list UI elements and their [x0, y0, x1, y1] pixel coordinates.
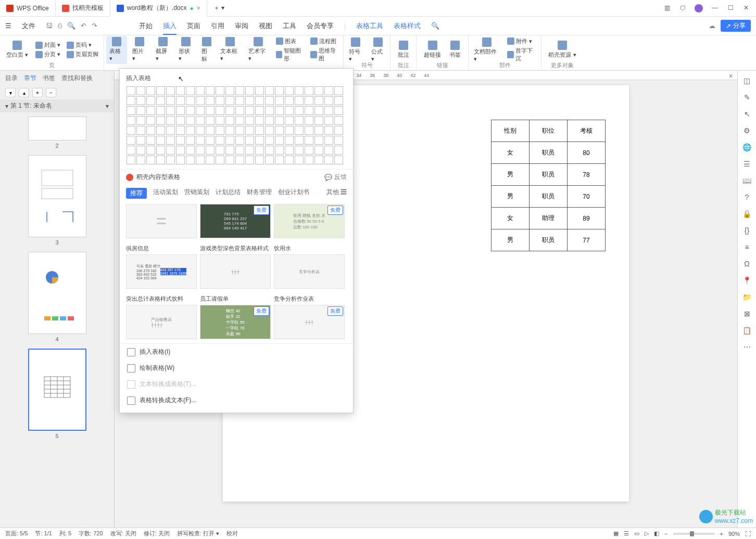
rt-folder-icon[interactable]: 📁 — [742, 292, 752, 302]
rt-preview-icon[interactable]: ☰ — [742, 159, 752, 169]
menu-tools[interactable]: 工具 — [283, 21, 296, 31]
tt-marketing[interactable]: 营销策划 — [184, 188, 209, 199]
status-proof[interactable]: 校对 — [226, 530, 238, 537]
feedback-link[interactable]: 💬 反馈 — [324, 173, 347, 182]
rt-omega-icon[interactable]: Ω — [742, 259, 752, 268]
search-icon[interactable]: 🔍 — [431, 22, 439, 30]
rt-translate-icon[interactable]: 🌐 — [742, 143, 752, 152]
close-icon[interactable]: ✕ — [742, 4, 750, 11]
zoom-in-button[interactable]: + — [720, 531, 723, 537]
nav-tab-toc[interactable]: 目录 — [5, 74, 18, 83]
template-3[interactable]: 免费饮用 精氨 直饮 水合格数 50 50 5 6总数 100 100 — [274, 204, 345, 238]
menu-table-style[interactable]: 表格样式 — [394, 21, 421, 31]
cover-button[interactable]: 封面 ▾ — [33, 41, 62, 49]
rt-more-icon[interactable]: ⋯ — [742, 342, 752, 352]
status-overwrite[interactable]: 改写: 关闭 — [110, 530, 136, 537]
cube-icon[interactable]: ⬡ — [679, 4, 686, 11]
zoom-value[interactable]: 90% — [728, 531, 740, 537]
zoom-slider[interactable] — [673, 533, 715, 535]
menu-page[interactable]: 页面 — [187, 21, 200, 31]
page-break-button[interactable]: 分页 ▾ — [33, 50, 62, 59]
avatar[interactable] — [695, 4, 703, 12]
smartart-button[interactable]: 智能图形 — [274, 46, 307, 63]
tab-templates[interactable]: 找稻壳模板 — [56, 0, 110, 17]
tab-document[interactable]: word教程（新）.docx●× — [110, 0, 207, 17]
rt-lock-icon[interactable]: 🔒 — [742, 209, 752, 219]
view-web-icon[interactable]: ▭ — [634, 530, 639, 537]
view-focus-icon[interactable]: ◧ — [654, 530, 659, 537]
rt-layers-icon[interactable]: ◫ — [742, 76, 752, 85]
nav-remove-button[interactable]: − — [46, 88, 56, 97]
attachment-button[interactable]: 附件 ▾ — [505, 37, 539, 46]
nav-tab-bookmarks[interactable]: 书签 — [43, 74, 55, 83]
status-col[interactable]: 列: 5 — [59, 530, 71, 537]
page-number-button[interactable]: 页码 ▾ — [65, 41, 100, 49]
nav-down-button[interactable]: ▾ — [5, 88, 16, 97]
menu-start[interactable]: 开始 — [139, 21, 153, 31]
nav-up-button[interactable]: ▴ — [19, 88, 29, 97]
save-icon[interactable]: 🖫 — [46, 22, 53, 30]
tt-other[interactable]: 其他 ☰ — [326, 188, 347, 199]
bookmark-button[interactable]: 书签 — [446, 40, 464, 60]
hamburger-icon[interactable]: ☰ — [5, 22, 11, 30]
table-grid-picker[interactable] — [120, 86, 353, 169]
docer-resource-button[interactable]: 稻壳资源 ▾ — [545, 40, 579, 60]
mindmap-button[interactable]: 思维导图 — [308, 46, 341, 63]
document-table[interactable]: 性别职位考核女职员80男职员78男职员70女助理89男职员77 — [491, 120, 606, 251]
header-footer-button[interactable]: 页眉页脚 — [65, 50, 100, 59]
screenshot-button[interactable]: 截屏 ▾ — [153, 36, 173, 64]
close-tab-icon[interactable]: × — [197, 5, 200, 12]
tt-business[interactable]: 创业计划书 — [278, 188, 309, 199]
layout-icon[interactable]: ▥ — [663, 4, 671, 11]
picture-button[interactable]: 图片 ▾ — [129, 36, 150, 64]
preview-icon[interactable]: 🔍 — [67, 22, 75, 30]
rt-brackets-icon[interactable]: {} — [742, 226, 752, 235]
tab-wps[interactable]: WPS Office — [0, 0, 56, 17]
doc-parts-button[interactable]: 文档部件 ▾ — [471, 36, 503, 63]
fit-icon[interactable]: ⛶ — [745, 531, 751, 537]
rt-pin-icon[interactable]: 📍 — [742, 276, 752, 285]
template-2[interactable]: 免费791 775269 841 237545 174 604884 140 4… — [200, 204, 271, 238]
wordart-button[interactable]: 艺术字 ▾ — [245, 36, 271, 64]
rt-book-icon[interactable]: 📖 — [742, 176, 752, 185]
template-6[interactable]: 饮用水竞争分析表 — [274, 242, 345, 289]
redo-icon[interactable]: ↷ — [92, 22, 97, 30]
thumb-page-3[interactable] — [28, 155, 86, 237]
symbol-button[interactable]: 符号 ▾ — [346, 36, 366, 63]
view-print-icon[interactable]: ▦ — [613, 530, 619, 537]
hyperlink-button[interactable]: 超链接 — [421, 40, 444, 60]
rt-x-icon[interactable]: ⊠ — [742, 309, 752, 318]
tt-plan[interactable]: 计划总结 — [216, 188, 241, 199]
menu-review[interactable]: 审阅 — [235, 21, 248, 31]
menu-member[interactable]: 会员专享 — [307, 21, 334, 31]
minimize-icon[interactable]: — — [711, 4, 719, 11]
status-section[interactable]: 节: 1/1 — [35, 530, 52, 537]
blank-page-button[interactable]: 空白页 ▾ — [3, 40, 31, 60]
status-words[interactable]: 字数: 720 — [79, 530, 103, 537]
tt-activity[interactable]: 活动策划 — [153, 188, 178, 199]
tt-finance[interactable]: 财务管理 — [247, 188, 272, 199]
template-7[interactable]: 突出总计表格样式饮料产品销售表┼┼┼┼ — [126, 293, 197, 339]
section-header[interactable]: ▾ 第 1 节: 未命名▾ — [0, 99, 114, 112]
rt-clipboard-icon[interactable]: 📋 — [742, 326, 752, 335]
comment-button[interactable]: 批注 — [395, 40, 412, 60]
share-button[interactable]: ↗ 分享 — [721, 20, 751, 32]
status-track[interactable]: 修订: 关闭 — [144, 530, 170, 537]
view-read-icon[interactable]: ▷ — [645, 530, 649, 537]
zoom-out-button[interactable]: − — [664, 531, 667, 537]
menu-insert[interactable]: 插入 — [163, 21, 177, 35]
template-5[interactable]: 游戏类型深色背景表格样式┼┼┼ — [200, 242, 271, 289]
flowchart-button[interactable]: 流程图 — [308, 37, 341, 46]
template-9[interactable]: 竞争分析作业表免费┼┼┼ — [274, 293, 345, 339]
status-spell[interactable]: 拼写检查: 打开 ▾ — [177, 530, 219, 537]
shape-button[interactable]: 形状 ▾ — [175, 36, 196, 64]
nav-add-button[interactable]: + — [32, 88, 43, 97]
table-button[interactable]: 表格 ▾ — [106, 36, 127, 64]
template-4[interactable]: 供房信息可乐 雪碧 橙汁166 270 182303 492 522424 16… — [126, 242, 197, 289]
equation-button[interactable]: 公式 ▾ — [368, 36, 388, 63]
status-page[interactable]: 页面: 5/5 — [5, 530, 28, 537]
menu-view[interactable]: 视图 — [259, 21, 272, 31]
maximize-icon[interactable]: ☐ — [727, 4, 734, 11]
menu-insert-table[interactable]: 插入表格(I) — [120, 344, 353, 360]
nav-tab-find[interactable]: 查找和替换 — [61, 74, 93, 83]
